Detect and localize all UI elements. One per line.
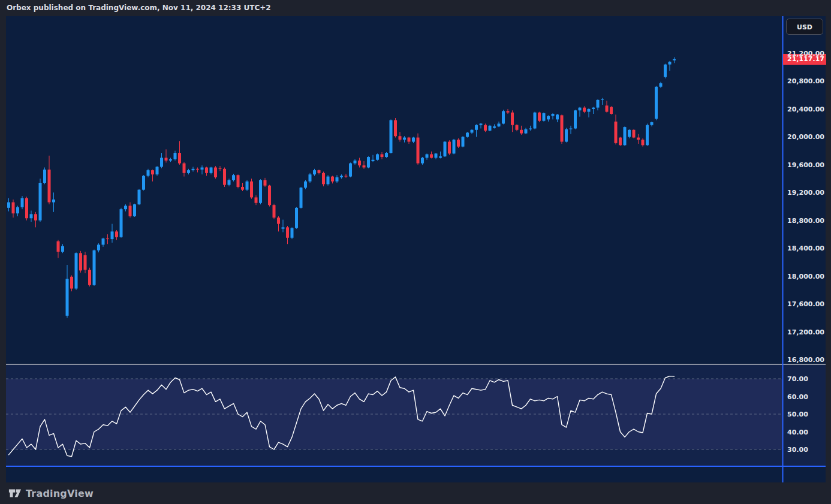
rsi-axis-label: 50.00 <box>787 411 808 418</box>
price-axis-label: 18,400.00 <box>787 245 824 252</box>
price-axis-label: 18,000.00 <box>787 272 824 280</box>
price-axis-label: 17,600.00 <box>787 300 824 308</box>
rsi-axis-label: 40.00 <box>787 428 808 436</box>
rsi-axis-label: 60.00 <box>787 393 808 400</box>
attribution-text: Orbex published on TradingView.com, Nov … <box>7 4 271 12</box>
price-axis-label: 21,200.00 <box>787 50 824 58</box>
rsi-axis-label: 30.00 <box>787 446 808 454</box>
chart-area: USD 21,117.17 Aug1220Sep1620:30Oct1422No… <box>6 16 826 482</box>
price-axis-label: 19,200.00 <box>787 189 824 197</box>
currency-button[interactable]: USD <box>786 19 823 35</box>
price-axis-label: 16,800.00 <box>787 356 824 364</box>
attribution-bar: Orbex published on TradingView.com, Nov … <box>0 0 831 16</box>
price-axis-label: 20,400.00 <box>787 105 824 113</box>
price-axis-label: 19,600.00 <box>787 161 824 168</box>
tradingview-logo[interactable]: TradingView <box>8 487 94 500</box>
rsi-axis-label: 70.00 <box>787 375 808 383</box>
tradingview-logo-text: TradingView <box>26 488 94 499</box>
tradingview-chart-window: Orbex published on TradingView.com, Nov … <box>0 0 831 504</box>
price-chart-svg[interactable] <box>6 16 826 482</box>
price-axis-label: 20,000.00 <box>787 133 824 141</box>
tradingview-logo-icon <box>8 487 22 500</box>
price-axis-label: 20,800.00 <box>787 77 824 85</box>
price-axis-label: 17,200.00 <box>787 328 824 336</box>
price-axis-label: 18,800.00 <box>787 216 824 224</box>
footer-bar: TradingView <box>0 482 831 504</box>
